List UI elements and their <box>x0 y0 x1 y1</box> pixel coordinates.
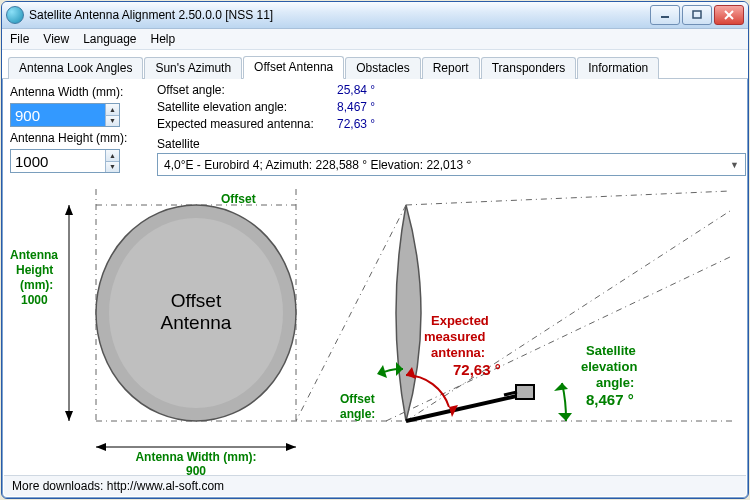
diagram-sev: 8,467 ° <box>586 391 634 408</box>
maximize-icon <box>692 10 702 20</box>
antenna-width-input-wrap: ▲ ▼ <box>10 103 120 127</box>
offset-diagram: Offset Offset Antenna Antenna Height (mm… <box>6 189 732 475</box>
tab-suns-azimuth[interactable]: Sun's Azimuth <box>144 57 242 79</box>
diagram-h2: Height <box>16 263 53 277</box>
menubar: File View Language Help <box>2 29 748 50</box>
app-icon <box>6 6 24 24</box>
svg-marker-28 <box>554 383 568 391</box>
tabs: Antenna Look Angles Sun's Azimuth Offset… <box>2 50 748 79</box>
tab-obstacles[interactable]: Obstacles <box>345 57 420 79</box>
height-spinner: ▲ ▼ <box>105 150 119 172</box>
menu-help[interactable]: Help <box>151 32 176 46</box>
svg-line-20 <box>406 395 521 421</box>
diagram-expv: 72,63 ° <box>453 361 501 378</box>
titlebar: Satellite Antenna Alignment 2.50.0.0 [NS… <box>2 2 748 29</box>
svg-marker-10 <box>65 411 73 421</box>
diagram-wlabel: Antenna Width (mm): <box>135 450 256 464</box>
diagram-h1: Antenna <box>10 248 58 262</box>
antenna-height-input[interactable] <box>11 150 105 172</box>
diagram-offang1: Offset <box>340 392 375 406</box>
tab-content: Antenna Width (mm): ▲ ▼ Antenna Height (… <box>2 79 748 483</box>
height-spin-down[interactable]: ▼ <box>105 162 119 173</box>
svg-line-19 <box>406 191 730 205</box>
close-button[interactable] <box>714 5 744 25</box>
diagram-exp2: measured <box>424 329 485 344</box>
diagram-se3: angle: <box>596 375 634 390</box>
tab-information[interactable]: Information <box>577 57 659 79</box>
antenna-height-input-wrap: ▲ ▼ <box>10 149 120 173</box>
svg-rect-21 <box>516 385 534 399</box>
window-title: Satellite Antenna Alignment 2.50.0.0 [NS… <box>29 8 650 22</box>
diagram-exp3: antenna: <box>431 345 485 360</box>
height-spin-up[interactable]: ▲ <box>105 150 119 162</box>
app-window: Satellite Antenna Alignment 2.50.0.0 [NS… <box>1 1 749 499</box>
measured-antenna-label: Expected measured antenna: <box>157 117 337 134</box>
menu-file[interactable]: File <box>10 32 29 46</box>
menu-view[interactable]: View <box>43 32 69 46</box>
satellite-select[interactable]: 4,0°E - Eurobird 4; Azimuth: 228,588 ° E… <box>157 153 746 176</box>
tab-report[interactable]: Report <box>422 57 480 79</box>
width-spinner: ▲ ▼ <box>105 104 119 126</box>
sat-elev-label: Satellite elevation angle: <box>157 100 337 117</box>
minimize-icon <box>660 10 670 20</box>
diagram-se2: elevation <box>581 359 637 374</box>
diagram-hval: 1000 <box>21 293 48 307</box>
tab-offset-antenna[interactable]: Offset Antenna <box>243 56 344 79</box>
minimize-button[interactable] <box>650 5 680 25</box>
diagram-exp1: Expected <box>431 313 489 328</box>
diagram-offset-top: Offset <box>221 192 256 206</box>
measured-antenna-value: 72,63 ° <box>337 117 375 134</box>
statusbar: More downloads: http://www.al-soft.com <box>4 475 746 496</box>
diagram-wval: 900 <box>186 464 206 475</box>
diagram-se1: Satellite <box>586 343 636 358</box>
diagram-offset-center1: Offset <box>171 290 222 311</box>
diagram-offset-center2: Antenna <box>161 312 232 333</box>
offset-angle-value: 25,84 ° <box>337 83 375 100</box>
calc-block: Offset angle: 25,84 ° Satellite elevatio… <box>157 83 375 134</box>
satellite-label: Satellite <box>157 137 200 151</box>
status-text: More downloads: http://www.al-soft.com <box>12 479 224 493</box>
tab-antenna-look-angles[interactable]: Antenna Look Angles <box>8 57 143 79</box>
satellite-selected: 4,0°E - Eurobird 4; Azimuth: 228,588 ° E… <box>164 158 471 172</box>
chevron-down-icon: ▼ <box>730 160 739 170</box>
svg-marker-27 <box>558 413 572 421</box>
width-spin-down[interactable]: ▼ <box>105 116 119 127</box>
antenna-width-input[interactable] <box>11 104 105 126</box>
offset-angle-label: Offset angle: <box>157 83 337 100</box>
svg-rect-1 <box>693 11 701 18</box>
width-spin-up[interactable]: ▲ <box>105 104 119 116</box>
svg-marker-12 <box>96 443 106 451</box>
diagram-h3: (mm): <box>20 278 53 292</box>
svg-marker-13 <box>286 443 296 451</box>
close-icon <box>724 10 734 20</box>
sat-elev-value: 8,467 ° <box>337 100 375 117</box>
menu-language[interactable]: Language <box>83 32 136 46</box>
tab-transponders[interactable]: Transponders <box>481 57 577 79</box>
diagram-offang2: angle: <box>340 407 375 421</box>
svg-line-16 <box>296 205 406 421</box>
svg-marker-9 <box>65 205 73 215</box>
maximize-button[interactable] <box>682 5 712 25</box>
